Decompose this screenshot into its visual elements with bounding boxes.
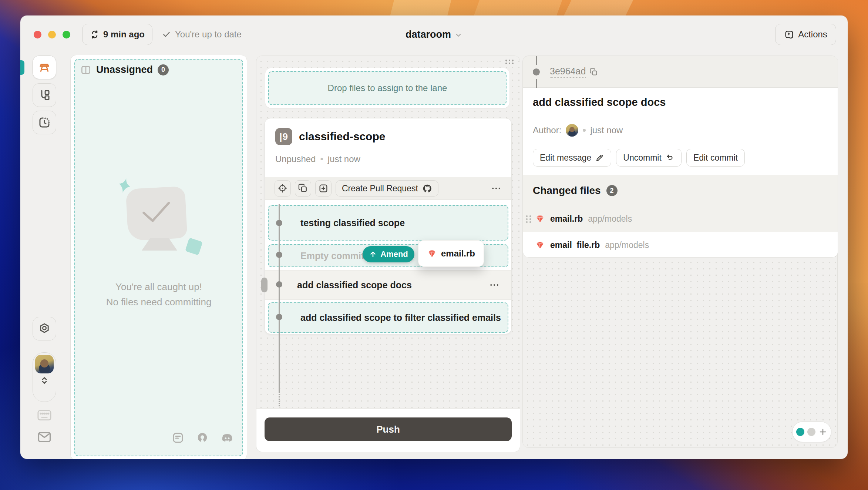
ruby-icon	[535, 214, 545, 224]
app-window: 9 min ago You're up to date dataroom	[20, 16, 848, 459]
dropzone-text: Drop files to assign to the lane	[328, 83, 447, 93]
footer-links	[171, 431, 234, 445]
pager-dot[interactable]	[807, 428, 815, 436]
diamond-shape	[185, 238, 203, 255]
active-tab-indicator	[20, 60, 24, 75]
commit-menu-button[interactable]	[489, 279, 500, 291]
file-row[interactable]: email.rb app/models	[523, 206, 838, 232]
edit-message-label: Edit message	[540, 153, 591, 163]
push-label: Push	[376, 424, 400, 435]
commit-dot	[276, 281, 282, 288]
open-source-icon[interactable]	[196, 431, 209, 445]
unassigned-title: Unassigned	[96, 64, 153, 75]
pencil-icon	[595, 153, 604, 162]
branch-meta: Unpushed • just now	[275, 154, 360, 164]
branch-name: classified-scope	[299, 130, 385, 143]
changed-files-header: Changed files 2	[523, 175, 838, 206]
commit-dot	[533, 68, 540, 75]
branch-time: just now	[328, 154, 360, 164]
commit-dot	[276, 314, 282, 320]
empty-line-1: You're all caught up!	[71, 279, 247, 295]
edit-message-button[interactable]: Edit message	[533, 149, 611, 167]
keyboard-shortcuts-icon[interactable]	[36, 409, 53, 422]
add-lane-button[interactable]	[818, 427, 827, 436]
author-row: Author: just now	[533, 124, 623, 137]
commit-message: testing classified scope	[300, 218, 405, 228]
commit-hash-link[interactable]: 3e964ad	[550, 66, 586, 78]
actions-button[interactable]: Actions	[775, 24, 836, 45]
unassigned-count-badge: 0	[158, 64, 169, 75]
commit-selection-tab	[261, 278, 268, 292]
commit-row[interactable]: add classified scope to filter classifie…	[268, 302, 508, 333]
dragged-file-name: email.rb	[441, 248, 475, 259]
branch-toolbar: Create Pull Request	[265, 177, 511, 200]
commit-dot	[276, 252, 282, 258]
lane-dropzone[interactable]: Drop files to assign to the lane	[268, 71, 507, 105]
amend-drop-target[interactable]: Amend	[363, 246, 414, 262]
dragged-file-card[interactable]: email.rb	[418, 240, 484, 267]
commit-graph-line	[536, 79, 537, 88]
branch-menu-button[interactable]	[491, 183, 502, 194]
discord-icon[interactable]	[220, 431, 234, 445]
history-clock-icon	[38, 116, 51, 129]
uncommit-button[interactable]: Uncommit	[616, 149, 682, 167]
settings-button[interactable]	[33, 317, 56, 340]
commit-row-selected[interactable]: add classified scope docs	[265, 270, 511, 300]
branch-header[interactable]: |9 classified-scope	[275, 128, 385, 145]
commit-row[interactable]: testing classified scope	[268, 205, 508, 241]
sidebar-item-branches[interactable]	[33, 83, 56, 107]
branch-status: Unpushed	[275, 154, 316, 164]
add-dependent-branch-button[interactable]	[315, 180, 332, 197]
author-avatar	[566, 124, 578, 137]
monitor-shape	[125, 186, 187, 241]
sidebar-item-history[interactable]	[33, 111, 56, 134]
lane-drag-handle[interactable]	[505, 60, 514, 64]
github-icon	[422, 184, 432, 194]
push-button[interactable]: Push	[265, 417, 512, 441]
drag-handle-icon[interactable]	[526, 215, 531, 223]
mail-icon[interactable]	[36, 430, 53, 444]
project-switcher[interactable]: dataroom	[20, 24, 848, 45]
pager-dot-active[interactable]	[796, 428, 804, 436]
commit-list: testing classified scope Empty commit me…	[265, 200, 511, 334]
commit-graph-line-dotted	[279, 392, 280, 409]
changed-files-count-badge: 2	[606, 185, 618, 196]
branch-card: |9 classified-scope Unpushed • just now	[265, 118, 512, 334]
amend-label: Amend	[380, 249, 408, 259]
project-name: dataroom	[406, 29, 451, 40]
unassigned-header: Unassigned 0	[80, 64, 169, 75]
commit-detail-card: 3e964ad add classified scope docs Author…	[523, 56, 838, 258]
commit-graph-line	[536, 56, 537, 65]
arrow-up-icon	[369, 250, 377, 258]
changelog-icon[interactable]	[171, 431, 185, 445]
file-row[interactable]: email_file.rb app/models	[523, 232, 838, 258]
empty-state: You're all caught up! No files need comm…	[71, 177, 247, 310]
uncommit-label: Uncommit	[623, 153, 662, 163]
file-name: email_file.rb	[550, 240, 600, 250]
actions-sparkle-icon	[784, 29, 794, 40]
file-path: app/models	[588, 214, 632, 224]
lane-panel: Drop files to assign to the lane |9 clas…	[256, 56, 520, 452]
unassigned-panel: Unassigned 0	[70, 55, 247, 459]
branches-graph-icon	[38, 89, 51, 101]
gear-icon	[38, 322, 51, 335]
commit-dot	[276, 220, 282, 226]
target-plus-button[interactable]	[275, 180, 291, 197]
commit-detail-header: 3e964ad	[523, 56, 838, 88]
edit-commit-button[interactable]: Edit commit	[686, 149, 745, 167]
create-pull-request-button[interactable]: Create Pull Request	[336, 180, 438, 197]
lane-dropzone-card: Drop files to assign to the lane	[265, 68, 509, 108]
split-panel-icon	[80, 64, 91, 75]
sidebar-item-workspace[interactable]	[33, 56, 56, 79]
chevron-down-icon	[454, 30, 462, 39]
copy-branch-button[interactable]	[295, 180, 311, 197]
commit-time: just now	[590, 125, 623, 135]
copy-hash-icon[interactable]	[589, 68, 598, 77]
changed-files-title: Changed files	[533, 185, 601, 197]
undo-icon	[666, 153, 674, 162]
dot-separator: •	[320, 154, 323, 164]
file-path: app/models	[605, 240, 649, 250]
commit-graph-line	[279, 204, 280, 392]
edit-commit-label: Edit commit	[693, 153, 738, 163]
profile-switcher[interactable]	[33, 352, 56, 402]
